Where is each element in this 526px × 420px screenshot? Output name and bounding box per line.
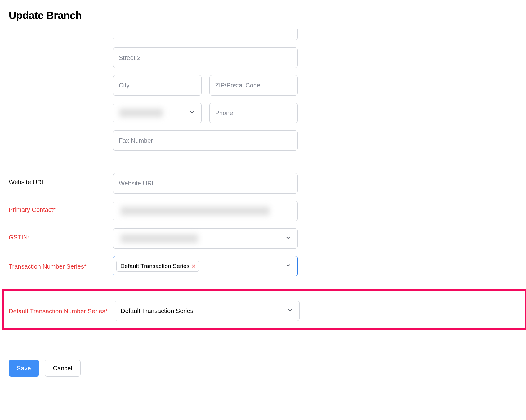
highlight-box: Default Transaction Number Series* Defau… (2, 289, 526, 330)
city-zip-row (9, 75, 517, 96)
chevron-down-icon (285, 262, 291, 270)
chevron-down-icon (189, 109, 195, 117)
gstin-row: GSTIN* (9, 228, 517, 249)
website-label: Website URL (9, 173, 113, 186)
default-txn-series-select[interactable]: Default Transaction Series (115, 301, 300, 321)
street2-label-empty (9, 47, 113, 53)
street1-row (9, 29, 517, 40)
default-txn-series-row: Default Transaction Number Series* Defau… (9, 301, 517, 321)
default-txn-series-value: Default Transaction Series (121, 307, 194, 315)
close-icon[interactable]: ✕ (191, 264, 196, 269)
chevron-down-icon (285, 235, 291, 243)
fax-input[interactable] (113, 130, 298, 151)
website-row: Website URL (9, 173, 517, 194)
txn-series-label: Transaction Number Series* (9, 256, 113, 271)
form-container: Website URL Primary Contact* GSTIN* Tran… (0, 29, 526, 349)
txn-series-chip-label: Default Transaction Series (120, 263, 189, 270)
divider (9, 340, 517, 340)
fax-label-empty (9, 130, 113, 136)
txn-series-multiselect[interactable]: Default Transaction Series ✕ (113, 256, 298, 276)
fax-row (9, 130, 517, 151)
street2-row (9, 47, 517, 68)
street1-input-partial[interactable] (113, 29, 298, 40)
txn-series-row: Transaction Number Series* Default Trans… (9, 256, 517, 276)
actions-row: Save Cancel (0, 349, 526, 387)
chevron-down-icon (287, 307, 293, 315)
primary-contact-value-redacted (121, 207, 270, 215)
gstin-value-redacted (121, 234, 198, 243)
city-zip-label-empty (9, 75, 113, 81)
street2-input[interactable] (113, 47, 298, 68)
save-button[interactable]: Save (9, 360, 39, 377)
primary-contact-label: Primary Contact* (9, 201, 113, 213)
page-header: Update Branch (0, 0, 526, 29)
gstin-label: GSTIN* (9, 228, 113, 241)
phone-input[interactable] (209, 103, 298, 123)
page-title: Update Branch (9, 9, 517, 21)
cancel-button[interactable]: Cancel (45, 360, 81, 377)
txn-series-chip[interactable]: Default Transaction Series ✕ (116, 261, 199, 272)
gstin-select[interactable] (113, 228, 298, 249)
primary-contact-select[interactable] (113, 201, 298, 221)
website-input[interactable] (113, 173, 298, 194)
primary-contact-row: Primary Contact* (9, 201, 517, 221)
state-phone-row (9, 103, 517, 123)
state-value-redacted (119, 109, 163, 117)
state-select[interactable] (113, 103, 202, 123)
city-input[interactable] (113, 75, 202, 96)
state-phone-label-empty (9, 103, 113, 108)
street1-label-empty (9, 29, 113, 35)
default-txn-series-label: Default Transaction Number Series* (9, 301, 115, 316)
zip-input[interactable] (209, 75, 298, 96)
